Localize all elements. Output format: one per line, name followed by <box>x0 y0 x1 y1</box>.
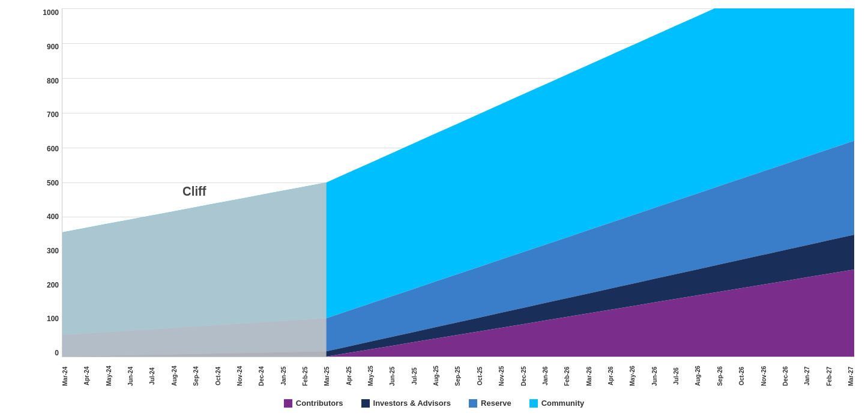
y-tick: 900 <box>47 43 59 51</box>
legend-item: Investors & Advisors <box>361 399 451 408</box>
y-ticks: 01002003004005006007008009001000 <box>35 8 62 357</box>
legend-color-box <box>469 399 477 408</box>
legend-color-box <box>529 399 538 408</box>
x-tick: Feb-25 <box>302 360 309 393</box>
legend-label: Investors & Advisors <box>373 399 451 408</box>
x-tick: Oct-24 <box>215 360 222 393</box>
x-tick: Jan-26 <box>542 360 549 393</box>
x-tick: Jul-26 <box>673 360 680 393</box>
y-tick: 200 <box>47 281 59 289</box>
x-tick: Jan-25 <box>280 360 287 393</box>
x-tick: Nov-25 <box>498 360 505 393</box>
x-tick: Mar-24 <box>62 360 68 393</box>
x-tick: Nov-26 <box>761 360 767 393</box>
y-tick: 500 <box>47 179 59 187</box>
legend-label: Reserve <box>481 399 511 408</box>
x-tick: Apr-26 <box>607 360 614 393</box>
x-tick: Mar-27 <box>848 360 854 393</box>
legend-color-box <box>361 399 370 408</box>
x-tick: Jun-25 <box>389 360 396 393</box>
x-tick: Aug-24 <box>171 360 178 393</box>
x-axis: Mar-24Apr-24May-24Jun-24Jul-24Aug-24Sep-… <box>35 360 854 393</box>
y-tick: 300 <box>47 247 59 255</box>
x-tick: Jun-26 <box>651 360 658 393</box>
x-tick: May-25 <box>367 360 374 393</box>
legend-item: Contributors <box>284 399 343 408</box>
legend: Contributors Investors & Advisors Reserv… <box>14 393 854 411</box>
x-tick: Dec-25 <box>520 360 527 393</box>
chart-svg: Cliff <box>62 8 854 357</box>
x-tick: Apr-24 <box>83 360 90 393</box>
plot-area-wrapper: 01002003004005006007008009001000 Cliff <box>35 8 854 357</box>
legend-item: Reserve <box>469 399 511 408</box>
y-axis-label <box>17 8 35 393</box>
chart-with-axes: 01002003004005006007008009001000 Cliff M… <box>35 8 854 393</box>
y-tick: 400 <box>47 213 59 221</box>
x-tick: Jul-24 <box>149 360 155 393</box>
y-tick: 700 <box>47 110 59 119</box>
legend-label: Contributors <box>296 399 343 408</box>
x-tick: Jul-25 <box>411 360 418 393</box>
x-tick: Aug-26 <box>695 360 701 393</box>
svg-text:Cliff: Cliff <box>182 184 206 199</box>
legend-label: Community <box>541 399 585 408</box>
x-tick: Sep-26 <box>717 360 723 393</box>
legend-item: Community <box>529 399 585 408</box>
x-tick: Dec-26 <box>782 360 789 393</box>
x-tick: Jan-27 <box>804 360 810 393</box>
x-tick: Nov-24 <box>237 360 243 393</box>
x-tick: Feb-26 <box>564 360 570 393</box>
x-tick: Apr-25 <box>346 360 352 393</box>
x-tick: Aug-25 <box>433 360 439 393</box>
svg-marker-4 <box>62 182 327 357</box>
x-tick: Oct-26 <box>738 360 745 393</box>
legend-color-box <box>284 399 292 408</box>
x-tick: Sep-24 <box>193 360 199 393</box>
y-tick: 0 <box>55 349 59 357</box>
x-tick: Oct-25 <box>477 360 483 393</box>
x-tick: Jun-24 <box>127 360 134 393</box>
y-tick: 100 <box>47 315 59 323</box>
x-tick: Dec-24 <box>258 360 265 393</box>
x-tick: Feb-27 <box>826 360 833 393</box>
chart-area: 01002003004005006007008009001000 Cliff M… <box>14 8 854 393</box>
y-tick: 1000 <box>43 8 59 17</box>
y-tick: 600 <box>47 145 59 153</box>
x-tick: May-26 <box>629 360 636 393</box>
x-tick: Mar-26 <box>586 360 592 393</box>
chart-container: 01002003004005006007008009001000 Cliff M… <box>14 8 854 411</box>
y-tick: 800 <box>47 77 59 85</box>
x-tick: Mar-25 <box>324 360 330 393</box>
plot-area: Cliff <box>62 8 854 357</box>
x-tick: Sep-25 <box>454 360 461 393</box>
x-tick: May-24 <box>106 360 112 393</box>
